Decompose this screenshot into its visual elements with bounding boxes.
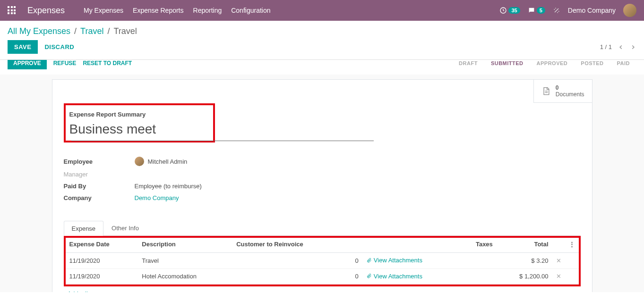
nav-expense-reports[interactable]: Expense Reports bbox=[133, 7, 183, 14]
messages-badge: 5 bbox=[537, 7, 545, 14]
nav-configuration[interactable]: Configuration bbox=[231, 7, 270, 14]
reset-draft-button[interactable]: RESET TO DRAFT bbox=[83, 59, 132, 69]
col-options-icon[interactable]: ⋮ bbox=[565, 236, 579, 253]
cell-date[interactable]: 11/19/2020 bbox=[66, 253, 138, 269]
document-icon bbox=[541, 86, 551, 96]
meta-grid: Employee Mitchell Admin Manager Paid By … bbox=[64, 157, 300, 201]
col-desc[interactable]: Description bbox=[138, 236, 232, 253]
row-delete-icon[interactable]: ✕ bbox=[552, 268, 565, 285]
top-bar: Expenses My Expenses Expense Reports Rep… bbox=[0, 0, 644, 21]
discard-button[interactable]: DISCARD bbox=[38, 40, 81, 54]
documents-button[interactable]: 0 Documents bbox=[533, 80, 592, 103]
tabs: Expense Other Info bbox=[64, 220, 581, 236]
employee-name: Mitchell Admin bbox=[148, 158, 188, 165]
breadcrumb-parent[interactable]: Travel bbox=[80, 26, 103, 36]
stage-submitted[interactable]: SUBMITTED bbox=[484, 59, 530, 69]
breadcrumb-current: Travel bbox=[113, 26, 137, 36]
col-taxes[interactable]: Taxes bbox=[459, 236, 497, 253]
cell-total[interactable]: $ 3.20 bbox=[497, 253, 552, 269]
nav-my-expenses[interactable]: My Expenses bbox=[84, 7, 123, 14]
cell-taxes[interactable] bbox=[459, 268, 497, 285]
cell-customer[interactable] bbox=[232, 268, 345, 285]
clock-icon bbox=[499, 7, 507, 14]
approve-button[interactable]: APPROVE bbox=[8, 59, 47, 69]
breadcrumb-root[interactable]: All My Expenses bbox=[8, 26, 70, 36]
debug-icon[interactable] bbox=[553, 7, 560, 14]
paperclip-icon bbox=[366, 273, 372, 279]
col-date[interactable]: Expense Date bbox=[66, 236, 138, 253]
employee-value[interactable]: Mitchell Admin bbox=[135, 157, 300, 166]
documents-count: 0 bbox=[556, 84, 584, 91]
cell-desc[interactable]: Hotel Accomodation bbox=[138, 268, 232, 285]
breadcrumb-sep: / bbox=[107, 26, 110, 36]
form-sheet: 0 Documents Expense Report Summary Emplo… bbox=[52, 79, 592, 292]
tab-expense[interactable]: Expense bbox=[64, 221, 104, 236]
company-name[interactable]: Demo Company bbox=[568, 7, 616, 14]
breadcrumb-sep: / bbox=[74, 26, 77, 36]
expense-table-highlight: Expense Date Description Customer to Rei… bbox=[64, 236, 581, 286]
breadcrumb: All My Expenses / Travel / Travel bbox=[8, 26, 137, 36]
view-attachments-link[interactable]: View Attachments bbox=[366, 273, 422, 280]
employee-label: Employee bbox=[64, 158, 135, 165]
documents-label: Documents bbox=[556, 91, 584, 98]
tab-other-info[interactable]: Other Info bbox=[103, 220, 147, 235]
chevron-left-icon[interactable] bbox=[618, 44, 624, 50]
employee-avatar-icon bbox=[135, 157, 144, 166]
cell-attcount: 0 bbox=[346, 268, 362, 285]
status-row: APPROVE REFUSE RESET TO DRAFT DRAFT SUBM… bbox=[0, 59, 644, 75]
col-customer[interactable]: Customer to Reinvoice bbox=[232, 236, 345, 253]
cell-total[interactable]: $ 1,200.00 bbox=[497, 268, 552, 285]
paperclip-icon bbox=[366, 258, 372, 263]
user-avatar[interactable] bbox=[623, 4, 636, 17]
table-row[interactable]: 11/19/2020 Hotel Accomodation 0 View Att… bbox=[66, 268, 579, 285]
chat-icon bbox=[528, 7, 535, 14]
chevron-right-icon[interactable] bbox=[630, 44, 636, 50]
action-bar: SAVE DISCARD 1 / 1 bbox=[0, 40, 644, 59]
form-scroll-area[interactable]: 0 Documents Expense Report Summary Emplo… bbox=[0, 75, 644, 292]
cell-desc[interactable]: Travel bbox=[138, 253, 232, 269]
cell-customer[interactable] bbox=[232, 253, 345, 269]
refuse-button[interactable]: REFUSE bbox=[53, 59, 77, 69]
cell-date[interactable]: 11/19/2020 bbox=[66, 268, 138, 285]
view-attachments-link[interactable]: View Attachments bbox=[366, 257, 422, 264]
top-nav: My Expenses Expense Reports Reporting Co… bbox=[84, 7, 270, 14]
cell-taxes[interactable] bbox=[459, 253, 497, 269]
stage-posted[interactable]: POSTED bbox=[574, 59, 610, 69]
row-delete-icon[interactable]: ✕ bbox=[552, 253, 565, 269]
breadcrumb-bar: All My Expenses / Travel / Travel bbox=[0, 21, 644, 40]
summary-label: Expense Report Summary bbox=[69, 111, 209, 118]
activity-badge: 35 bbox=[508, 7, 520, 14]
col-remove bbox=[552, 236, 565, 253]
expense-table: Expense Date Description Customer to Rei… bbox=[66, 236, 579, 285]
status-stages: DRAFT SUBMITTED APPROVED POSTED PAID bbox=[452, 59, 636, 69]
apps-grid-icon[interactable] bbox=[8, 6, 16, 15]
add-line-link[interactable]: Add a line bbox=[64, 286, 581, 292]
stage-paid[interactable]: PAID bbox=[610, 59, 636, 69]
col-attach bbox=[362, 236, 459, 253]
manager-label: Manager bbox=[64, 171, 135, 178]
table-row[interactable]: 11/19/2020 Travel 0 View Attachments $ 3… bbox=[66, 253, 579, 269]
company-label: Company bbox=[64, 194, 135, 201]
cell-attcount: 0 bbox=[346, 253, 362, 269]
save-button[interactable]: SAVE bbox=[8, 40, 38, 54]
summary-highlight: Expense Report Summary bbox=[64, 103, 215, 142]
pager-text: 1 / 1 bbox=[600, 43, 612, 50]
summary-input[interactable] bbox=[69, 122, 209, 137]
col-attcount bbox=[346, 236, 362, 253]
paidby-value[interactable]: Employee (to reimburse) bbox=[135, 183, 300, 190]
company-value[interactable]: Demo Company bbox=[135, 194, 300, 201]
app-brand[interactable]: Expenses bbox=[27, 6, 65, 16]
messages-indicator[interactable]: 5 bbox=[528, 7, 545, 14]
paidby-label: Paid By bbox=[64, 183, 135, 190]
stage-approved[interactable]: APPROVED bbox=[530, 59, 575, 69]
pager: 1 / 1 bbox=[600, 43, 636, 50]
col-total[interactable]: Total bbox=[497, 236, 552, 253]
activity-indicator[interactable]: 35 bbox=[499, 7, 520, 14]
nav-reporting[interactable]: Reporting bbox=[193, 7, 222, 14]
stage-draft[interactable]: DRAFT bbox=[452, 59, 484, 69]
